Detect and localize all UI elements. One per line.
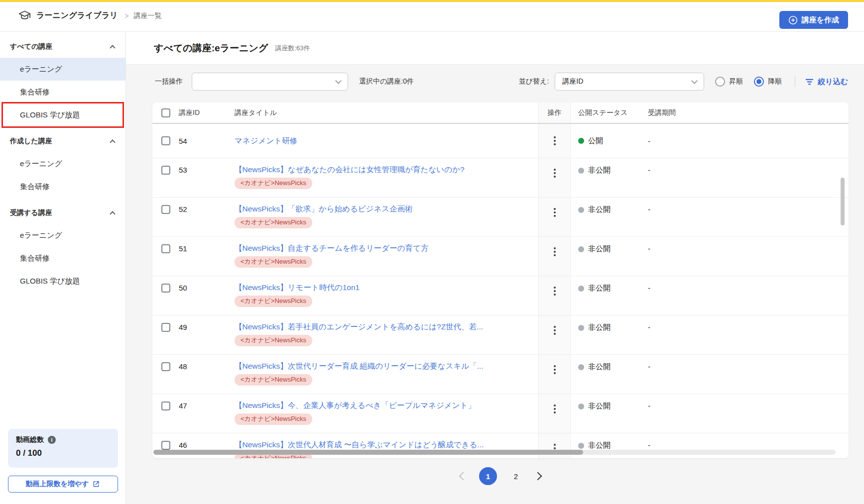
plus-circle-icon	[788, 15, 798, 25]
status-dot-icon	[578, 364, 584, 370]
table-row: 50 【NewsPicks】リモート時代の1on1 <カオナビ>NewsPick…	[152, 276, 849, 315]
status-label: 非公開	[588, 362, 611, 372]
radio-unchecked-icon	[715, 77, 725, 87]
sidebar-section-header[interactable]: 受講する講座	[0, 202, 125, 224]
sort-select-value: 講座ID	[562, 77, 583, 86]
info-icon[interactable]: i	[48, 436, 56, 444]
external-link-icon	[92, 480, 100, 488]
sidebar-item-label: 集合研修	[20, 88, 50, 97]
sidebar-item[interactable]: eラーニング	[0, 58, 125, 81]
horizontal-scrollbar[interactable]	[153, 450, 836, 455]
sidebar-item-label: eラーニング	[20, 231, 62, 240]
sidebar-item[interactable]: 集合研修	[0, 81, 125, 103]
kebab-menu-icon[interactable]	[550, 167, 560, 180]
course-title-link[interactable]: 【NewsPicks】なぜあなたの会社には女性管理職が育たないのか?	[235, 164, 538, 176]
row-checkbox[interactable]	[161, 323, 170, 332]
kebab-menu-icon[interactable]	[550, 245, 560, 258]
course-period: -	[645, 124, 849, 158]
course-tag: <カオナビ>NewsPicks	[235, 335, 312, 346]
table-row: 47 【NewsPicks】今、企業人事が考えるべき「ピープルマネジメント」 <…	[152, 394, 849, 433]
course-count: 講座数:63件	[275, 44, 310, 53]
horizontal-scrollbar-thumb[interactable]	[153, 450, 583, 455]
column-header-id: 講座ID	[172, 102, 235, 123]
bulk-action-select[interactable]	[192, 73, 348, 91]
row-checkbox[interactable]	[161, 244, 170, 253]
course-title-link[interactable]: 【NewsPicks】次世代リーダー育成 組織のリーダーに必要なスキル「...	[235, 360, 538, 372]
graduation-cap-icon	[18, 9, 31, 22]
course-period: -	[645, 198, 849, 213]
sidebar-nav: すべての講座 eラーニング 集合研修 GLOBIS 学び放題 作成した講座 eラ…	[0, 36, 125, 293]
chevron-down-icon	[335, 78, 342, 84]
sidebar-section-header[interactable]: 作成した講座	[0, 130, 125, 152]
course-title-link[interactable]: 【NewsPicks】若手社員のエンゲージメントを高めるには?Z世代、若...	[235, 321, 538, 333]
status-dot-icon	[578, 325, 584, 331]
status-label: 公開	[588, 136, 603, 146]
video-quota-value: 0 / 100	[16, 448, 110, 458]
pagination-prev-icon[interactable]	[459, 472, 468, 481]
sort-asc-radio[interactable]: 昇順	[715, 77, 743, 87]
row-checkbox[interactable]	[161, 284, 170, 293]
sidebar-item[interactable]: GLOBIS 学び放題	[0, 270, 125, 293]
course-title-link[interactable]: マネジメント研修	[235, 135, 297, 147]
chevron-up-icon	[110, 45, 115, 50]
chevron-up-icon	[110, 211, 115, 216]
row-checkbox[interactable]	[161, 205, 170, 214]
course-title-link[interactable]: 【NewsPicks】次世代人材育成 〜自ら学ぶマインドはどう醸成できる...	[235, 439, 538, 451]
sort-asc-label: 昇順	[729, 77, 743, 86]
column-header-period: 受講期間	[645, 102, 849, 123]
row-checkbox[interactable]	[161, 166, 170, 175]
course-period: -	[645, 394, 849, 410]
pagination-next-icon[interactable]	[534, 472, 542, 481]
title-band: すべての講座:eラーニング 講座数:63件	[126, 32, 864, 65]
filter-button[interactable]: 絞り込む	[805, 77, 848, 87]
sidebar: すべての講座 eラーニング 集合研修 GLOBIS 学び放題 作成した講座 eラ…	[0, 32, 126, 504]
kebab-menu-icon[interactable]	[550, 324, 560, 337]
course-title-link[interactable]: 【NewsPicks】リモート時代の1on1	[235, 282, 538, 294]
list-toolbar: 一括操作 選択中の講座:0件 並び替え: 講座ID 昇順 降順	[155, 73, 848, 91]
column-header-title: 講座タイトル	[235, 102, 538, 123]
select-all-checkbox[interactable]	[161, 108, 170, 117]
table-row: 49 【NewsPicks】若手社員のエンゲージメントを高めるには?Z世代、若.…	[152, 315, 849, 354]
course-tag: <カオナビ>NewsPicks	[235, 296, 312, 307]
sidebar-item-label: 集合研修	[20, 254, 50, 263]
course-title-link[interactable]: 【NewsPicks】「欲求」から始めるビジネス企画術	[235, 203, 538, 215]
status-label: 非公開	[588, 205, 611, 214]
create-course-button[interactable]: 講座を作成	[779, 11, 848, 29]
sidebar-item[interactable]: 集合研修	[0, 247, 125, 270]
sort-desc-radio[interactable]: 降順	[754, 77, 782, 87]
sidebar-section: 作成した講座 eラーニング 集合研修	[0, 130, 125, 198]
chevron-up-icon	[110, 139, 115, 145]
sidebar-item[interactable]: 集合研修	[0, 175, 125, 198]
create-course-label: 講座を作成	[802, 15, 839, 25]
row-checkbox[interactable]	[161, 441, 170, 450]
kebab-menu-icon[interactable]	[550, 403, 560, 415]
status-dot-icon	[578, 246, 584, 252]
kebab-menu-icon[interactable]	[550, 285, 560, 298]
sidebar-section-header[interactable]: すべての講座	[0, 36, 125, 58]
radio-checked-icon	[754, 77, 764, 87]
course-title-link[interactable]: 【NewsPicks】自走するチームを作るリーダーの育て方	[235, 242, 538, 254]
table-body: 54 マネジメント研修 公開 - 53 【NewsPicks】なぜあなたの会社に…	[152, 124, 849, 458]
pagination-page-2[interactable]: 2	[510, 467, 522, 485]
sidebar-section: 受講する講座 eラーニング 集合研修 GLOBIS 学び放題	[0, 202, 125, 293]
increase-video-limit-button[interactable]: 動画上限数を増やす	[8, 476, 118, 493]
pagination-page-1[interactable]: 1	[479, 467, 497, 485]
sidebar-item[interactable]: eラーニング	[0, 152, 125, 175]
kebab-menu-icon[interactable]	[550, 206, 560, 219]
row-checkbox[interactable]	[161, 362, 170, 371]
status-label: 非公開	[588, 441, 611, 450]
sidebar-item[interactable]: GLOBIS 学び放題	[0, 103, 125, 126]
kebab-menu-icon[interactable]	[550, 134, 560, 147]
sort-select[interactable]: 講座ID	[555, 73, 704, 91]
row-checkbox[interactable]	[161, 136, 170, 145]
sidebar-section-label: 受講する講座	[10, 208, 52, 217]
sidebar-item[interactable]: eラーニング	[0, 224, 125, 247]
row-checkbox[interactable]	[161, 402, 170, 410]
vertical-scrollbar-thumb[interactable]	[841, 178, 845, 225]
sidebar-item-label: eラーニング	[20, 65, 62, 74]
course-tag: <カオナビ>NewsPicks	[235, 178, 312, 189]
course-title-link[interactable]: 【NewsPicks】今、企業人事が考えるべき「ピープルマネジメント」	[235, 400, 538, 411]
breadcrumb: 講座一覧	[134, 11, 162, 20]
kebab-menu-icon[interactable]	[550, 363, 560, 376]
course-table-card: 講座ID 講座タイトル 操作 公開ステータス 受講期間 54 マネジメント研修 …	[152, 102, 849, 458]
